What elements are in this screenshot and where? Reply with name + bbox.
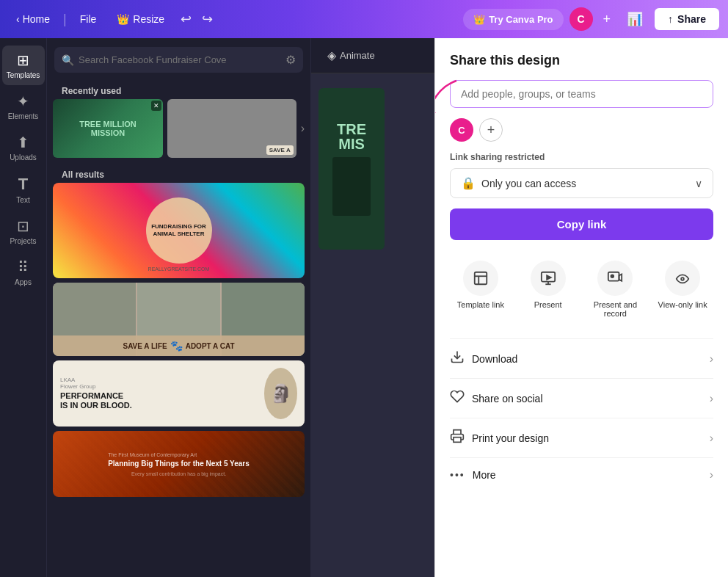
main-layout: ⊞ Templates ✦ Elements ⬆ Uploads T Text … [0, 38, 728, 577]
svg-marker-6 [547, 275, 551, 280]
action-view-only[interactable]: View-only link [652, 253, 713, 325]
option-download-chevron: › [710, 352, 713, 366]
recently-used-row: TREE MILLION MISSION ✕ SAVE A › [53, 99, 305, 158]
action-present-label: Present [534, 300, 562, 309]
option-share-social[interactable]: Share on social › [450, 378, 713, 418]
option-more-label: More [473, 469, 496, 481]
recently-used-label: Recently used [53, 81, 305, 99]
card3-text: PERFORMANCE IS IN OUR BLOOD. [60, 391, 258, 410]
chevron-left-icon: ‹ [16, 13, 20, 25]
home-button[interactable]: ‹ Home [9, 9, 57, 29]
sidebar-item-projects[interactable]: ⊡ Projects [2, 211, 45, 251]
templates-scroll: Recently used TREE MILLION MISSION ✕ SAV… [47, 79, 310, 577]
nav-divider: | [63, 12, 67, 27]
home-label: Home [23, 13, 50, 25]
action-view-only-label: View-only link [658, 300, 707, 309]
share-button[interactable]: ↑ Share [655, 8, 719, 30]
share-people-input[interactable] [450, 80, 713, 108]
print-icon [450, 429, 465, 447]
sidebar-item-text[interactable]: T Text [2, 169, 45, 210]
user-avatar[interactable]: C [569, 7, 593, 31]
more-icon: ••• [450, 469, 465, 481]
lock-icon: 🔒 [461, 176, 476, 190]
add-button[interactable]: + [599, 9, 616, 30]
sidebar-item-uploads[interactable]: ⬆ Uploads [2, 128, 45, 167]
resize-button[interactable]: 👑 Resize [109, 9, 172, 29]
sidebar-item-apps[interactable]: ⠿ Apps [2, 253, 45, 292]
option-share-social-label: Share on social [472, 393, 543, 404]
share-user-avatar: C [450, 118, 473, 142]
action-present-record-label: Present and record [588, 300, 644, 318]
preview-text-line1: TRE [337, 122, 366, 137]
template-card-animal-shelter[interactable]: FUNDRAISING FOR ANIMAL SHELTER REALLYGRE… [53, 183, 305, 278]
share-input-row [450, 80, 713, 108]
option-print-chevron: › [710, 432, 713, 445]
animate-icon: ◈ [327, 48, 336, 62]
chevron-down-icon: ∨ [695, 178, 702, 189]
top-nav: ‹ Home | File 👑 Resize ↩ ↪ 👑 Try Canva P… [0, 0, 728, 38]
view-only-icon [665, 261, 700, 296]
copy-link-button[interactable]: Copy link [450, 208, 713, 240]
action-present-record[interactable]: Present and record [585, 253, 647, 325]
all-results-grid: FUNDRAISING FOR ANIMAL SHELTER REALLYGRE… [53, 183, 305, 497]
card2-text2: ADOPT A CAT [186, 342, 235, 350]
share-social-icon [450, 389, 465, 407]
share-panel-title: Share this design [450, 53, 713, 68]
search-input[interactable] [79, 54, 281, 65]
option-more[interactable]: ••• More › [450, 457, 713, 492]
template-link-icon [463, 261, 498, 296]
svg-rect-0 [475, 272, 487, 285]
add-collaborator-button[interactable]: + [479, 118, 503, 142]
action-present[interactable]: Present [517, 253, 579, 325]
template-card-performance[interactable]: LKAA Flower Group PERFORMANCE IS IN OUR … [53, 360, 305, 427]
save-badge: SAVE A [266, 145, 294, 155]
share-actions-row: Template link Present [450, 253, 713, 325]
preview-text-line2: MIS [338, 137, 365, 151]
share-panel: Share this design C + Link sharing restr… [434, 38, 728, 577]
present-record-icon [597, 261, 633, 296]
option-print[interactable]: Print your design › [450, 418, 713, 457]
crown-icon-2: 👑 [473, 14, 485, 25]
svg-rect-11 [454, 438, 461, 443]
template-card-adopt-cat[interactable]: SAVE A LIFE 🐾 ADOPT A CAT [53, 283, 305, 356]
card1-sub: REALLYGREATSITE.COM [148, 266, 210, 272]
animate-button[interactable]: ◈ Animate [320, 45, 382, 66]
uploads-icon: ⬆ [17, 134, 29, 151]
search-icon: 🔍 [62, 54, 74, 66]
delete-thumb-button[interactable]: ✕ [151, 101, 161, 111]
sidebar-item-elements[interactable]: ✦ Elements [2, 87, 45, 126]
templates-icon: ⊞ [17, 51, 29, 69]
recent-thumb-1[interactable]: TREE MILLION MISSION ✕ [53, 99, 163, 158]
recent-thumb-2[interactable]: SAVE A [167, 99, 296, 158]
access-dropdown[interactable]: 🔒 Only you can access ∨ [450, 168, 713, 198]
redo-button[interactable]: ↪ [199, 8, 216, 30]
thumb1-text: TREE MILLION MISSION [79, 120, 136, 137]
action-template-link[interactable]: Template link [450, 253, 512, 325]
text-icon: T [18, 175, 28, 194]
canvas-area: ◈ Animate TRE MIS ‹ [311, 38, 728, 577]
sidebar-item-templates[interactable]: ⊞ Templates [2, 46, 45, 85]
undo-redo-group: ↩ ↪ [178, 8, 216, 30]
link-sharing-label: Link sharing restricted [450, 152, 713, 162]
crown-icon: 👑 [117, 13, 129, 25]
card4-text: Planning Big Things for the Next 5 Years [108, 459, 250, 468]
analytics-button[interactable]: 📊 [621, 8, 649, 30]
card2-text1: SAVE A LIFE [123, 342, 167, 350]
option-download-label: Download [472, 353, 517, 365]
access-text: Only you can access [481, 178, 576, 189]
filter-icon[interactable]: ⚙ [285, 53, 296, 67]
try-canva-button[interactable]: 👑 Try Canva Pro [463, 9, 563, 30]
templates-panel: 🔍 ⚙ Recently used TREE MILLION MISSION ✕ [47, 38, 311, 577]
projects-icon: ⊡ [17, 217, 29, 235]
file-menu[interactable]: File [73, 9, 104, 29]
see-more-button[interactable]: › [301, 99, 305, 158]
undo-button[interactable]: ↩ [178, 8, 194, 30]
template-card-planning[interactable]: The First Museum of Contemporary Art Pla… [53, 431, 305, 497]
share-icon: ↑ [668, 13, 673, 25]
svg-marker-8 [619, 275, 622, 281]
action-template-link-label: Template link [457, 300, 504, 309]
option-download[interactable]: Download › [450, 338, 713, 378]
card1-text: FUNDRAISING FOR ANIMAL SHELTER [146, 220, 212, 240]
sidebar: ⊞ Templates ✦ Elements ⬆ Uploads T Text … [0, 38, 47, 577]
canvas-preview-card: TRE MIS [318, 88, 385, 250]
